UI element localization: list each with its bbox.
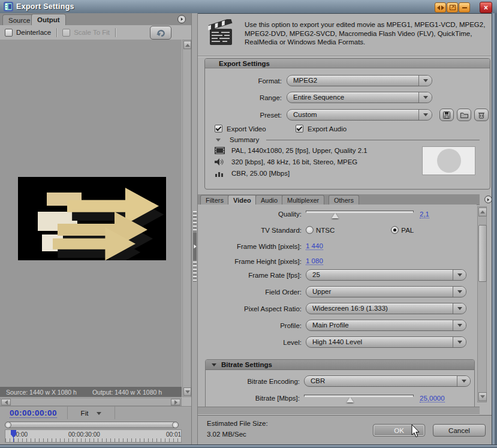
- dropdown-arrow: [418, 92, 432, 103]
- reset-view-button[interactable]: [150, 26, 171, 40]
- current-timecode[interactable]: 00:00:00:00: [10, 408, 57, 418]
- format-dropdown[interactable]: MPEG2: [287, 75, 432, 86]
- app-icon: [4, 2, 13, 11]
- range-dropdown[interactable]: Entire Sequence: [287, 92, 432, 103]
- save-preset-button[interactable]: [439, 109, 454, 121]
- zoom-handle-right[interactable]: [172, 422, 179, 428]
- scroll-right-button[interactable]: [171, 399, 180, 405]
- pixel-aspect-ratio-dropdown[interactable]: Widescreen 16:9 (1.333): [306, 303, 466, 314]
- resize-button[interactable]: [435, 2, 446, 13]
- preview-toolbar: Deinterlace Scale To Fit: [0, 25, 191, 40]
- dropdown-arrow-icon: [462, 380, 466, 383]
- dropdown-arrow: [418, 76, 432, 86]
- bitrate-slider-track[interactable]: [304, 395, 414, 397]
- quality-label: Quality:: [198, 211, 306, 218]
- float-window-button[interactable]: [447, 2, 458, 13]
- tab-output[interactable]: Output: [31, 14, 66, 25]
- settings-vscrollbar[interactable]: [477, 206, 487, 402]
- export-video-checkbox[interactable]: [215, 125, 222, 133]
- tab-multiplexer[interactable]: Multiplexer: [282, 195, 324, 205]
- dropdown-arrow-icon: [457, 341, 462, 344]
- ntsc-radio[interactable]: [306, 226, 314, 234]
- timeline: 00:00 00:00:30:00 00:01:0: [0, 419, 191, 444]
- summary-disclosure[interactable]: Summary: [216, 136, 480, 143]
- tab-video[interactable]: Video: [228, 195, 257, 205]
- undo-arrow-icon: [156, 29, 165, 37]
- deinterlace-label: Deinterlace: [16, 29, 51, 36]
- settings-hscrollbar[interactable]: [198, 407, 480, 415]
- splitter-collapse-button[interactable]: [193, 233, 197, 260]
- panel-menu-icon: [180, 17, 183, 21]
- tab-others[interactable]: Others: [329, 195, 359, 205]
- preset-dropdown[interactable]: Custom: [287, 109, 432, 121]
- frame-rate-label: Frame Rate [fps]:: [198, 272, 306, 279]
- scroll-up-button[interactable]: [478, 208, 487, 217]
- quality-slider-thumb[interactable]: [332, 213, 339, 218]
- preview-arrows-graphic: [18, 177, 166, 260]
- float-window-icon: [450, 5, 456, 10]
- toolbar-separator: [115, 28, 116, 37]
- pal-radio[interactable]: [391, 226, 399, 234]
- preview-vscrollbar[interactable]: [182, 40, 191, 397]
- close-icon: ×: [484, 4, 488, 12]
- dropdown-arrow: [453, 270, 466, 280]
- settings-tabbar: Filters Video Audio Multiplexer Others: [198, 194, 480, 205]
- scroll-down-button[interactable]: [183, 387, 191, 396]
- panel-menu-button[interactable]: [177, 15, 186, 23]
- zoom-level-value: Fit: [81, 410, 89, 417]
- frame-width-value[interactable]: 1 440: [306, 242, 323, 250]
- deinterlace-checkbox[interactable]: [5, 29, 13, 37]
- frame-height-value[interactable]: 1 080: [306, 257, 323, 265]
- splitter-grip[interactable]: [193, 211, 197, 282]
- field-order-dropdown[interactable]: Upper: [306, 286, 466, 297]
- summary-video-line: PAL, 1440x1080, 25 [fps], Upper, Quality…: [231, 147, 368, 154]
- frame-rate-value: 25: [312, 271, 320, 278]
- scale-to-fit-checkbox[interactable]: [62, 29, 70, 37]
- minimize-button[interactable]: [459, 2, 470, 13]
- field-order-label: Field Order:: [198, 288, 306, 296]
- tab-audio[interactable]: Audio: [255, 195, 283, 205]
- tab-filters[interactable]: Filters: [200, 195, 229, 205]
- transport-bar: 00:00:00:00 Fit: [0, 406, 191, 420]
- bitrate-encoding-value: CBR: [311, 377, 325, 384]
- dropdown-arrow: [418, 110, 432, 120]
- bitrate-value[interactable]: 25,0000: [420, 395, 445, 402]
- import-preset-button[interactable]: [457, 109, 471, 121]
- titlebar[interactable]: Export Settings ×: [0, 0, 497, 14]
- dropdown-arrow: [453, 303, 466, 314]
- ruler-ticks: [5, 438, 181, 442]
- bitrate-encoding-dropdown[interactable]: CBR: [304, 375, 471, 387]
- quality-slider-track[interactable]: [306, 211, 414, 213]
- bitrate-slider[interactable]: [304, 393, 414, 403]
- bitrate-slider-thumb[interactable]: [347, 397, 354, 402]
- disclosure-triangle-icon: [212, 363, 216, 366]
- summary-label: Summary: [230, 136, 259, 143]
- panel-splitter[interactable]: [191, 13, 198, 448]
- timeline-zoom-bar[interactable]: [5, 422, 179, 428]
- output-preview-area[interactable]: [0, 40, 182, 387]
- bitrate-settings-header[interactable]: Bitrate Settings: [206, 360, 474, 370]
- level-dropdown[interactable]: High 1440 Level: [306, 336, 466, 348]
- quality-value[interactable]: 2,1: [420, 211, 429, 218]
- quality-slider[interactable]: [306, 209, 414, 219]
- bitrate-encoding-label: Bitrate Encoding:: [206, 378, 304, 385]
- frame-width-label: Frame Width [pixels]:: [198, 243, 306, 250]
- profile-dropdown[interactable]: Main Profile: [306, 320, 466, 331]
- close-button[interactable]: ×: [480, 2, 492, 13]
- frame-rate-dropdown[interactable]: 25: [306, 269, 466, 281]
- zoom-handle-left[interactable]: [5, 422, 11, 428]
- bitrate-settings-title: Bitrate Settings: [221, 361, 272, 368]
- zoom-level-dropdown[interactable]: Fit: [67, 407, 115, 420]
- time-ruler[interactable]: 00:00 00:00:30:00 00:01:0: [5, 429, 182, 443]
- scroll-left-button[interactable]: [1, 399, 11, 405]
- delete-preset-button[interactable]: [474, 109, 489, 121]
- scroll-up-button[interactable]: [183, 41, 191, 49]
- scroll-down-button[interactable]: [478, 392, 487, 401]
- estimated-file-size-label: Estimated File Size:: [207, 420, 268, 427]
- export-audio-checkbox[interactable]: [296, 125, 303, 133]
- profile-value: Main Profile: [312, 321, 349, 329]
- scrollbar-thumb[interactable]: [478, 225, 487, 282]
- cancel-button[interactable]: Cancel: [433, 424, 486, 437]
- export-audio-label: Export Audio: [308, 125, 347, 133]
- preview-hscrollbar[interactable]: [0, 398, 182, 406]
